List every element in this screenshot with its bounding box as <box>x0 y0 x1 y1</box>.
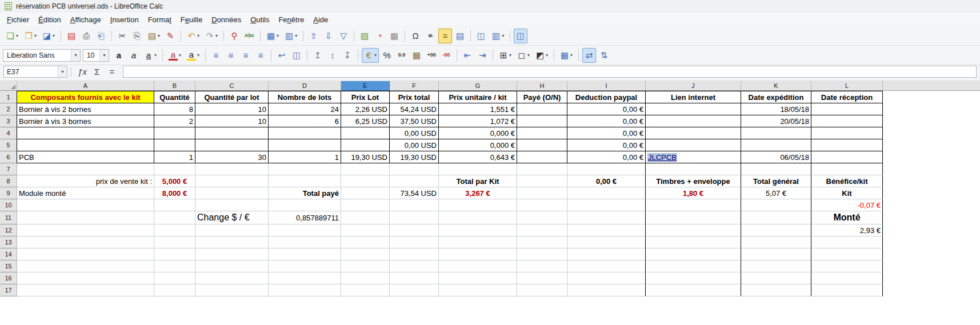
cell-H7[interactable] <box>517 163 567 175</box>
cell-F6[interactable]: 19,30 USD <box>390 151 439 163</box>
cell-J9[interactable]: 1,80 € <box>646 187 741 199</box>
cell-J8[interactable]: Timbres + enveloppe <box>646 175 741 187</box>
spelling-button[interactable]: Abc <box>242 29 257 43</box>
cell-A13[interactable] <box>17 236 154 248</box>
cell-B16[interactable] <box>154 272 195 284</box>
cell-J10[interactable] <box>646 199 741 211</box>
cell-D2[interactable]: 24 <box>269 103 341 115</box>
row-header-10[interactable]: 10 <box>0 199 17 211</box>
cell-G15[interactable] <box>439 260 517 272</box>
cell-F8[interactable] <box>390 175 439 187</box>
find-replace-button[interactable]: ⚲ <box>227 29 241 43</box>
cell-I5[interactable]: 0,00 € <box>567 139 646 151</box>
cell-D1[interactable]: Nombre de lots <box>269 91 341 103</box>
cell-L9[interactable]: Kit <box>811 187 883 199</box>
menu-outils[interactable]: Outils <box>246 14 274 26</box>
name-box[interactable]: E37 ▾ <box>3 66 67 78</box>
cell-E13[interactable] <box>341 236 390 248</box>
headers-footers-button[interactable]: ▤ <box>453 29 467 43</box>
function-wizard-button[interactable]: ƒx <box>75 65 89 79</box>
cell-L3[interactable] <box>811 115 883 127</box>
cell-D9[interactable]: Total payé <box>269 187 341 199</box>
align-right-button[interactable]: ≡ <box>239 48 253 63</box>
underline-button[interactable]: a▾ <box>142 48 159 63</box>
cell-C9[interactable] <box>195 187 269 199</box>
cell-H3[interactable] <box>517 115 567 127</box>
select-all-corner[interactable] <box>0 81 17 91</box>
cell-C1[interactable]: Quantité par lot <box>195 91 269 103</box>
cell-D6[interactable]: 1 <box>269 151 341 163</box>
cell-D14[interactable] <box>269 248 341 260</box>
cell-H9[interactable] <box>517 187 567 199</box>
cell-H5[interactable] <box>517 139 567 151</box>
cell-K16[interactable] <box>741 272 811 284</box>
cell-J13[interactable] <box>646 236 741 248</box>
insert-row-dropdown-icon[interactable]: ▾ <box>277 33 279 38</box>
cell-F2[interactable]: 54,24 USD <box>390 103 439 115</box>
cell-I16[interactable] <box>567 272 646 284</box>
open-dropdown-icon[interactable]: ▾ <box>34 33 37 38</box>
cell-C5[interactable] <box>195 139 269 151</box>
cell-F4[interactable]: 0,00 USD <box>390 127 439 139</box>
cell-G3[interactable]: 1,072 € <box>439 115 517 127</box>
cell-H17[interactable] <box>517 284 567 296</box>
cell-I1[interactable]: Deduction paypal <box>567 91 646 103</box>
insert-chart-button[interactable]: ◔ <box>373 29 386 43</box>
cell-E15[interactable] <box>341 260 390 272</box>
undo-dropdown-icon[interactable]: ▾ <box>197 33 199 38</box>
cell-F10[interactable] <box>390 199 439 211</box>
comment-button[interactable]: ≡ <box>438 29 452 43</box>
cell-H11[interactable] <box>517 211 567 224</box>
menu-feuille[interactable]: Feuille <box>176 14 207 26</box>
cell-F11[interactable] <box>390 211 439 224</box>
borders-button[interactable]: ⊞▾ <box>497 48 514 63</box>
cell-G16[interactable] <box>439 272 517 284</box>
cell-L12[interactable]: 2,93 € <box>811 224 883 236</box>
cell-L6[interactable] <box>811 151 883 163</box>
formula-button[interactable]: = <box>105 65 119 79</box>
paste-button[interactable]: ▤▾ <box>145 29 162 43</box>
cell-K14[interactable] <box>741 248 811 260</box>
cell-E1[interactable]: Prix Lot <box>341 91 390 103</box>
justify-button[interactable]: ≡ <box>254 48 267 63</box>
cell-A9[interactable]: Module monté <box>17 187 154 199</box>
menu-aide[interactable]: Aide <box>309 14 333 26</box>
font-size-combobox[interactable]: 10 ▾ <box>83 49 109 62</box>
format-percent-button[interactable]: % <box>380 48 394 63</box>
paste-dropdown-icon[interactable]: ▾ <box>158 33 160 38</box>
border-style-dropdown-icon[interactable]: ▾ <box>527 53 530 58</box>
cell-G2[interactable]: 1,551 € <box>439 103 517 115</box>
column-header-F[interactable]: F <box>390 81 439 91</box>
cell-H4[interactable] <box>517 127 567 139</box>
cell-L1[interactable]: Date réception <box>811 91 883 103</box>
cell-L10[interactable]: -0,07 € <box>811 199 883 211</box>
cell-F17[interactable] <box>390 284 439 296</box>
cell-B6[interactable]: 1 <box>154 151 195 163</box>
cell-C14[interactable] <box>195 248 269 260</box>
cell-J11[interactable] <box>646 211 741 224</box>
cell-I6[interactable]: 0,00 € <box>567 151 646 163</box>
font-color-button[interactable]: a▾ <box>166 48 183 63</box>
add-decimal-button[interactable]: +00 <box>425 48 438 63</box>
cell-F12[interactable] <box>390 224 439 236</box>
cell-B14[interactable] <box>154 248 195 260</box>
cell-L8[interactable]: Bénéfice/kit <box>811 175 883 187</box>
cell-E17[interactable] <box>341 284 390 296</box>
column-header-E[interactable]: E <box>341 81 390 91</box>
cell-A14[interactable] <box>17 248 154 260</box>
cell-A2[interactable]: Bornier à vis 2 bornes <box>17 103 154 115</box>
text-direction-button[interactable]: ⇄ <box>582 48 596 63</box>
cell-D3[interactable]: 6 <box>269 115 341 127</box>
row-header-12[interactable]: 12 <box>0 224 17 236</box>
align-top-button[interactable]: ↥ <box>311 48 325 63</box>
cell-J3[interactable] <box>646 115 741 127</box>
cell-K12[interactable] <box>741 224 811 236</box>
cell-K6[interactable]: 06/05/18 <box>741 151 811 163</box>
cell-C12[interactable] <box>195 224 269 236</box>
cell-C10[interactable] <box>195 199 269 211</box>
cell-J1[interactable]: Lien internet <box>646 91 741 103</box>
cell-B3[interactable]: 2 <box>154 115 195 127</box>
column-header-I[interactable]: I <box>567 81 646 91</box>
border-color-dropdown-icon[interactable]: ▾ <box>546 53 548 58</box>
cell-C3[interactable]: 10 <box>195 115 269 127</box>
